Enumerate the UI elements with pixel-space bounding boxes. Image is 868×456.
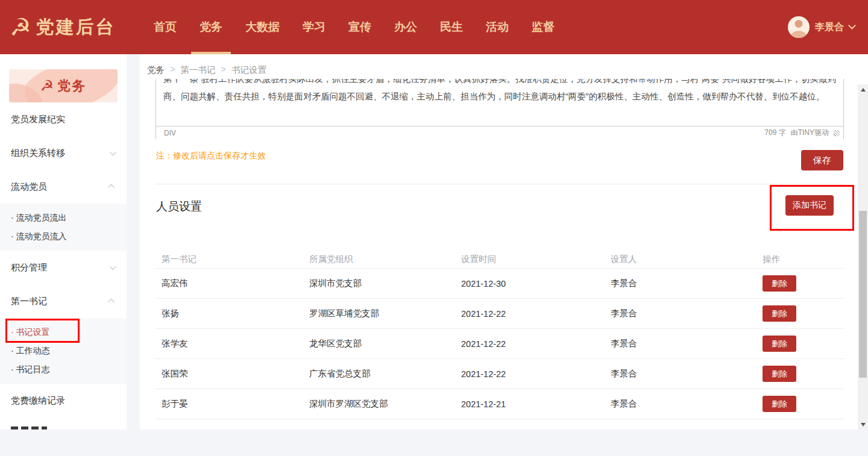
cell-set-date: 2021-12-22	[455, 309, 605, 319]
user-name: 李景合	[815, 21, 844, 34]
cell-party-org: 深圳市罗湖区党支部	[303, 398, 455, 410]
sidebar-submenu: · 书记设置· 工作动态· 书记日志	[0, 318, 127, 384]
section-title: 人员设置	[156, 199, 202, 214]
scrollbar-up-arrow[interactable]	[858, 84, 868, 95]
sidebar-subitem[interactable]: · 书记设置	[0, 323, 127, 342]
editor-element-path: DIV	[164, 129, 176, 137]
cell-secretary-name: 张国荣	[156, 368, 303, 379]
editor-line: 商、问题共解、责任共担，特别是面对矛盾问题不回避、不退缩，主动上前、担当作为，同…	[163, 88, 836, 105]
party-emblem-icon: ☭	[10, 15, 31, 39]
cell-set-date: 2021-12-30	[455, 279, 605, 289]
cell-setter: 李景合	[605, 278, 756, 289]
sidebar-banner-title: 党务	[57, 77, 86, 95]
editor-status-bar: DIV 709 字 由TINY驱动	[156, 126, 843, 139]
cell-setter: 李景合	[605, 368, 756, 379]
table-row: 张学友龙华区党支部2021-12-22李景合删除	[156, 329, 844, 359]
top-nav-item[interactable]: 学习	[293, 0, 335, 54]
delete-button[interactable]: 删除	[763, 366, 796, 382]
editor-content[interactable]: 第十一条 驻村工作队要从派驻村实际出发，抓住主要矛盾，细化任务清单，认真抓好落实…	[156, 79, 843, 126]
top-nav-item[interactable]: 监督	[522, 0, 564, 54]
editor-powered-by: 由TINY驱动	[791, 128, 829, 138]
table-body: 高宏伟深圳市党支部2021-12-30李景合删除张扬罗湖区草埔党支部2021-1…	[156, 269, 844, 419]
table-row: 彭于晏深圳市罗湖区党支部2021-12-21李景合删除	[156, 389, 844, 419]
table-column-header: 设置时间	[455, 254, 605, 265]
table-row: 高宏伟深圳市党支部2021-12-30李景合删除	[156, 269, 844, 299]
scrollbar-thumb[interactable]	[859, 211, 867, 378]
rich-text-editor[interactable]: 第十一条 驻村工作队要从派驻村实际出发，抓住主要矛盾，细化任务清单，认真抓好落实…	[156, 79, 844, 139]
top-nav-item[interactable]: 大数据	[236, 0, 289, 54]
breadcrumb-item[interactable]: 第一书记	[180, 64, 215, 76]
table-column-header: 所属党组织	[303, 254, 455, 265]
save-button[interactable]: 保存	[801, 150, 843, 170]
top-nav-item[interactable]: 办公	[385, 0, 427, 54]
table-row: 张扬罗湖区草埔党支部2021-12-22李景合删除	[156, 299, 844, 329]
cell-secretary-name: 张学友	[156, 338, 303, 349]
sidebar-item[interactable]: 第一书记	[0, 284, 127, 318]
table-column-header: 设置人	[605, 254, 756, 265]
sidebar-submenu: · 流动党员流出· 流动党员流入	[0, 204, 127, 251]
sidebar-item-label: 流动党员	[11, 181, 47, 193]
top-nav-item[interactable]: 首页	[144, 0, 186, 54]
section-divider	[156, 184, 844, 184]
table-column-header: 操作	[756, 254, 844, 265]
top-header: ☭ 党建后台 首页党务大数据学习宣传办公民生活动监督 李景合	[0, 0, 868, 54]
sidebar-banner: ☭ 党务	[9, 69, 118, 102]
delete-button[interactable]: 删除	[763, 275, 796, 292]
party-emblem-icon: ☭	[40, 77, 54, 95]
top-nav-item[interactable]: 活动	[476, 0, 518, 54]
cell-party-org: 深圳市党支部	[303, 278, 455, 289]
delete-button[interactable]: 删除	[763, 305, 796, 322]
sidebar-subitem[interactable]: · 工作动态	[0, 342, 127, 360]
scrollbar-down-arrow[interactable]	[858, 419, 868, 429]
chevron-down-icon	[110, 149, 116, 155]
table-header-row: 第一书记所属党组织设置时间设置人操作	[156, 250, 844, 269]
cell-party-org: 广东省党总支部	[303, 368, 455, 379]
resize-grip-icon[interactable]	[834, 130, 840, 136]
editor-word-count: 709 字	[764, 128, 785, 138]
delete-button[interactable]: 删除	[763, 396, 796, 412]
sidebar-subitem[interactable]: · 书记日志	[0, 360, 127, 379]
sidebar-menu: 党员发展纪实组织关系转移流动党员· 流动党员流出· 流动党员流入积分管理第一书记…	[0, 102, 127, 417]
sidebar-item[interactable]: 流动党员	[0, 170, 127, 204]
sidebar-item-label: 党员发展纪实	[11, 114, 65, 125]
cell-secretary-name: 张扬	[156, 308, 303, 319]
sidebar: ☭ 党务 党员发展纪实组织关系转移流动党员· 流动党员流出· 流动党员流入积分管…	[0, 54, 127, 429]
sidebar-item[interactable]: 积分管理	[0, 251, 127, 284]
cell-secretary-name: 彭于晏	[156, 398, 303, 410]
chevron-down-icon	[110, 263, 116, 270]
cell-set-date: 2021-12-22	[455, 339, 605, 349]
delete-button[interactable]: 删除	[763, 336, 796, 352]
page: ☭ 党建后台 首页党务大数据学习宣传办公民生活动监督 李景合 ☭ 党务 党员发展…	[0, 0, 868, 456]
sidebar-item[interactable]: 党员发展纪实	[0, 102, 127, 136]
table-row: 张国荣广东省党总支部2021-12-22李景合删除	[156, 359, 844, 389]
app-title: 党建后台	[36, 15, 116, 40]
sidebar-item[interactable]: 党费缴纳记录	[0, 384, 127, 417]
cell-setter: 李景合	[605, 398, 756, 410]
table-column-header: 第一书记	[156, 254, 303, 265]
top-nav-item[interactable]: 宣传	[339, 0, 381, 54]
top-nav-item[interactable]: 民生	[430, 0, 473, 54]
add-secretary-button[interactable]: 添加书记	[785, 195, 834, 216]
sidebar-subitem[interactable]: · 流动党员流出	[0, 208, 127, 227]
page-scrollbar[interactable]	[858, 84, 868, 429]
cell-setter: 李景合	[605, 338, 756, 349]
cell-set-date: 2021-12-21	[455, 399, 605, 409]
breadcrumb-separator: >	[221, 64, 225, 76]
breadcrumb-item[interactable]: 党务	[147, 64, 165, 76]
cell-actions: 删除	[756, 336, 844, 352]
top-nav: 首页党务大数据学习宣传办公民生活动监督	[142, 0, 566, 54]
app-logo[interactable]: ☭ 党建后台	[10, 0, 116, 54]
cell-actions: 删除	[756, 366, 844, 382]
sidebar-item-label: 第一书记	[11, 296, 47, 307]
cell-set-date: 2021-12-22	[455, 369, 605, 379]
cell-actions: 删除	[756, 275, 844, 292]
avatar	[788, 16, 810, 38]
top-nav-item[interactable]: 党务	[190, 0, 232, 54]
breadcrumb-item[interactable]: 书记设置	[231, 64, 266, 76]
sidebar-subitem[interactable]: · 流动党员流入	[0, 227, 127, 246]
user-menu[interactable]: 李景合	[788, 0, 855, 54]
sidebar-item[interactable]: 组织关系转移	[0, 136, 127, 170]
editor-line-clipped: 第十一条 驻村工作队要从派驻村实际出发，抓住主要矛盾，细化任务清单，认真抓好落实…	[163, 79, 836, 88]
chevron-up-icon	[108, 184, 115, 191]
sidebar-item-label: 党费缴纳记录	[11, 395, 65, 407]
